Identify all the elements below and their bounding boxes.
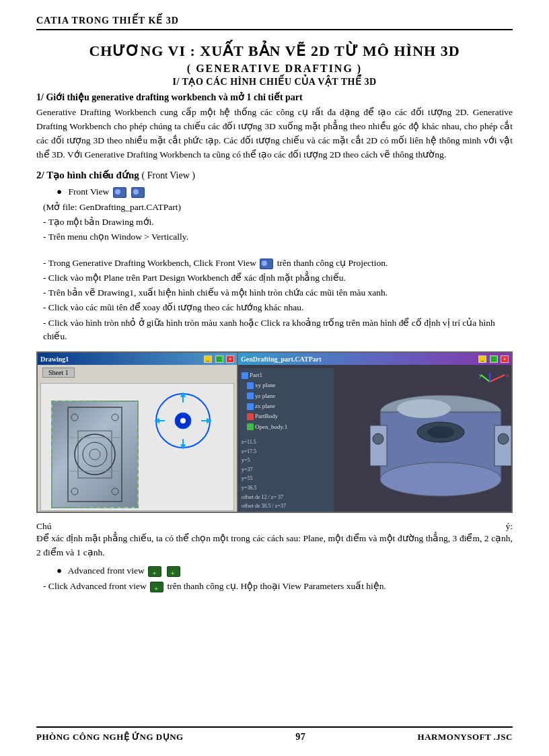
svg-point-31 (498, 434, 509, 444)
svg-point-25 (397, 399, 451, 418)
xy-icon (247, 382, 254, 389)
tree-item-part1: Part1 (242, 370, 332, 380)
section1-title: 1/ Giới thiệu generative drafting workbe… (36, 92, 513, 103)
svg-point-13 (83, 442, 107, 467)
note-body: Để xác định mặt phẳng chiếu, ta có thể c… (36, 532, 513, 560)
svg-point-21 (112, 488, 118, 495)
step5: - Trên bản vẽ Drawing1, xuất hiện hình c… (43, 286, 513, 300)
gendrafting-content: Part1 xy plane yz plane zx plane (238, 365, 511, 512)
win-buttons-right: _ □ × (477, 355, 509, 363)
drawing1-titlebar: Drawing1 _ □ × (38, 353, 237, 365)
bullet-advanced: Advanced front view (57, 564, 513, 578)
yz-icon (247, 392, 254, 399)
partbody-icon (247, 413, 254, 420)
drawing1-window[interactable]: Drawing1 _ □ × Sheet 1 (36, 351, 238, 513)
svg-rect-11 (68, 407, 122, 502)
section1-body: Generative Drafting Workbench cung cấp m… (36, 106, 513, 162)
chapter-sub2: I/ TẠO CÁC HÌNH CHIẾU CỦA VẬT THỂ 3D (36, 76, 513, 88)
advanced-toolbar-icon (150, 582, 163, 592)
part-drawing (51, 401, 139, 508)
part-svg (54, 404, 135, 505)
svg-point-30 (373, 434, 383, 444)
footer-left: PHÒNG CÔNG NGHỆ ỨNG DỤNG (36, 732, 184, 743)
close-btn[interactable]: × (226, 355, 234, 363)
chapter-title: CHƯƠNG VI : XUẤT BẢN VẼ 2D TỪ MÔ HÌNH 3D (36, 42, 513, 60)
advanced-icon2 (167, 566, 180, 577)
part1-icon (242, 372, 248, 379)
svg-point-18 (71, 414, 78, 421)
chapter-subtitle: ( GENERATIVE DRAFTING ) (36, 63, 513, 75)
section2-title: 2/ Tạo hình chiếu đứng ( Front View ) (36, 169, 513, 181)
tree-item-openbody: Open_body.1 (247, 422, 332, 432)
sheet1-tab[interactable]: Sheet 1 (42, 368, 75, 378)
svg-text:z: z (491, 372, 494, 373)
step1: - Tạo một bản Drawing mới. (43, 215, 513, 229)
svg-text:x: x (506, 372, 509, 378)
gendrafting-title: GenDrafting_part.CATPart (241, 355, 322, 363)
tree-item-partbody: PartBody (247, 411, 332, 421)
maximize-btn[interactable]: □ (215, 355, 223, 363)
tree-item-yz: yz plane (247, 391, 332, 401)
tree-panel: Part1 xy plane yz plane zx plane (240, 368, 334, 512)
svg-point-12 (75, 434, 115, 475)
tree-item-xy: xy plane (247, 380, 332, 390)
advanced-icon (148, 566, 161, 577)
drawing-canvas[interactable] (40, 383, 234, 511)
note-label: Chú ý: (36, 521, 513, 532)
bullet-frontview: Front View (57, 185, 513, 199)
svg-rect-28 (370, 425, 387, 466)
gendrafting-titlebar: GenDrafting_part.CATPart _ □ × (238, 353, 511, 365)
front-view-circle-svg (153, 390, 213, 451)
minimize-btn-r[interactable]: _ (478, 355, 486, 363)
minimize-btn[interactable]: _ (204, 355, 212, 363)
svg-rect-29 (495, 425, 511, 466)
svg-point-2 (180, 418, 186, 423)
measurements-panel: z=11.5 z=17.5 y=5 y=37 y=55 y=36.5 offse… (242, 438, 332, 512)
projection-icon (260, 259, 273, 269)
3d-model: x y z (370, 372, 505, 500)
tree-item-zx: zx plane (247, 401, 332, 411)
note-section: Chú ý: Để xác định mặt phẳng chiếu, ta c… (36, 521, 513, 560)
frontview-icon2 (131, 187, 145, 198)
svg-point-27 (427, 426, 454, 438)
svg-point-14 (89, 449, 100, 460)
svg-text:y: y (479, 372, 482, 378)
parens-text: (Mở file: GenDrafting_part.CATPart) (43, 201, 513, 214)
maximize-btn-r[interactable]: □ (490, 355, 498, 363)
frontview-icon (113, 187, 126, 198)
drawing1-title: Drawing1 (40, 355, 69, 363)
svg-line-33 (481, 375, 490, 382)
svg-line-32 (490, 375, 505, 382)
footer-page: 97 (295, 732, 305, 743)
openbody-icon (247, 423, 254, 430)
drawing1-content: Sheet 1 (38, 365, 237, 512)
svg-point-19 (112, 414, 118, 421)
footer: PHÒNG CÔNG NGHỆ ỨNG DỤNG 97 HARMONYSOFT … (36, 726, 513, 743)
step7: - Click vào hình tròn nhỏ ở giữa hình tr… (43, 316, 513, 344)
footer-right: HARMONYSOFT .JSC (418, 732, 513, 743)
step6: - Click vào các mũi tên để xoay đối tượn… (43, 301, 513, 314)
sheet-tab-area: Sheet 1 (38, 365, 237, 380)
chapter-heading: CHƯƠNG VI : XUẤT BẢN VẼ 2D TỪ MÔ HÌNH 3D (36, 42, 513, 60)
3d-model-svg: x y z (370, 372, 511, 503)
close-btn-r[interactable]: × (501, 355, 509, 363)
step2: - Trên menu chọn Window > Vertically. (43, 230, 513, 244)
step-advanced: - Click Advanced front view trên thanh c… (43, 580, 513, 593)
zx-icon (247, 403, 254, 410)
svg-point-20 (71, 488, 78, 495)
screenshot-container: Drawing1 _ □ × Sheet 1 (36, 351, 513, 513)
win-buttons: _ □ × (203, 355, 234, 363)
header-title: CATIA TRONG THIẾT KẾ 3D (36, 15, 179, 26)
step4: - Click vào một Plane trên Part Design W… (43, 271, 513, 285)
gendrafting-window[interactable]: GenDrafting_part.CATPart _ □ × Part1 (238, 351, 513, 513)
svg-point-24 (380, 462, 501, 496)
step3: - Trong Generative Drafting Workbench, C… (43, 256, 513, 270)
header-section: CATIA TRONG THIẾT KẾ 3D (36, 0, 513, 30)
